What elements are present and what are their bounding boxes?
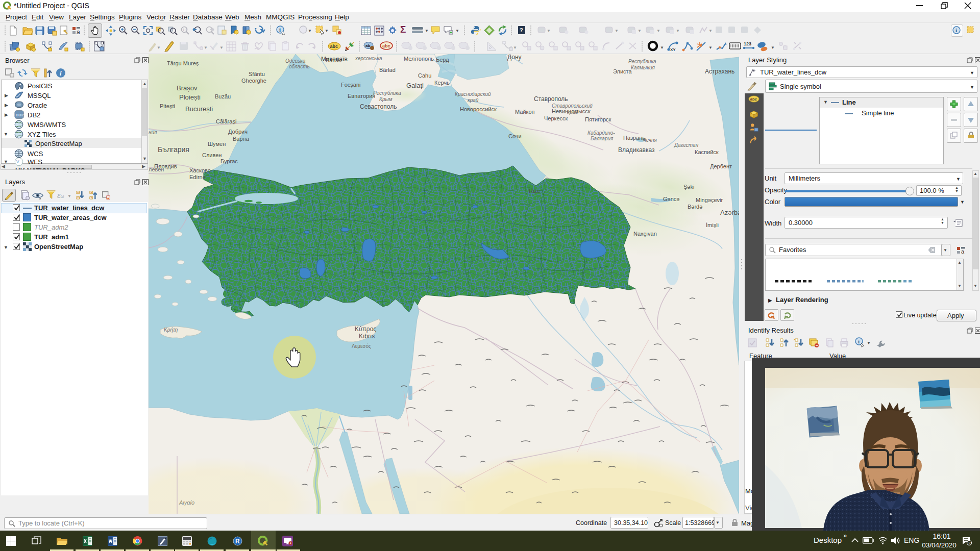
svg-text:Краснодарский: Краснодарский <box>455 91 491 97</box>
svg-text:Майкоп: Майкоп <box>515 109 535 115</box>
svg-text:Дону: Дону <box>507 54 522 61</box>
svg-text:Пятигорск: Пятигорск <box>585 116 611 122</box>
svg-text:ния: ния <box>149 130 157 135</box>
svg-text:Владикавказ: Владикавказ <box>618 146 655 154</box>
svg-text:Крым: Крым <box>379 96 393 102</box>
svg-text:край: край <box>567 109 578 115</box>
svg-text:?: ? <box>520 27 523 33</box>
svg-text:i: i <box>858 338 860 344</box>
svg-text:Дагестан: Дагестан <box>674 142 699 148</box>
svg-text:Ставропольский: Ставропольский <box>552 103 593 109</box>
svg-text:Шумен: Шумен <box>208 141 226 147</box>
svg-text:Калмыкия: Калмыкия <box>631 65 655 70</box>
svg-text:Дербент: Дербент <box>710 163 732 169</box>
svg-text:Rize: Rize <box>529 188 540 194</box>
svg-text:Новороссийск: Новороссийск <box>460 106 497 112</box>
svg-text:Λεμεσός: Λεμεσός <box>352 343 371 349</box>
svg-text:Балкария: Балкария <box>591 136 614 141</box>
svg-text:Берд: Берд <box>436 57 449 63</box>
svg-text:левен: левен <box>149 166 164 172</box>
svg-text:București: București <box>185 105 213 113</box>
svg-text:Edirne: Edirne <box>189 174 206 180</box>
svg-text:ab: ab <box>365 43 370 48</box>
svg-text:область: область <box>289 64 310 69</box>
svg-text:Севастополь: Севастополь <box>360 103 397 110</box>
svg-text:Добрич: Добрич <box>228 129 248 135</box>
svg-text:Bərdə: Bərdə <box>688 204 702 210</box>
svg-text:Сливен: Сливен <box>202 152 222 158</box>
svg-text:Azərba: Azərba <box>720 209 739 216</box>
svg-text:V: V <box>16 160 19 164</box>
svg-text:Brașov: Brașov <box>177 84 198 92</box>
svg-text:Mingəçevir: Mingəçevir <box>696 197 723 203</box>
svg-text:DB2: DB2 <box>16 113 23 117</box>
svg-text:Naxçıvan: Naxçıvan <box>633 231 657 237</box>
svg-text:Ставрополь: Ставрополь <box>534 95 568 103</box>
svg-text:Мелітополь: Мелітополь <box>404 56 434 62</box>
svg-text:Назрань: Назрань <box>623 135 645 141</box>
svg-text:abc: abc <box>382 43 390 48</box>
svg-text:Ploiești: Ploiești <box>179 93 201 101</box>
svg-text:R: R <box>235 538 240 545</box>
svg-text:abc: abc <box>330 44 338 49</box>
svg-text:i: i <box>60 69 62 77</box>
svg-text:херсонська: херсонська <box>355 56 382 61</box>
svg-text:Călărași: Călărași <box>216 118 236 124</box>
svg-text:Астрахань: Астрахань <box>705 68 734 75</box>
svg-text:Элиста: Элиста <box>613 68 632 74</box>
svg-text:Αιγαίο: Αιγαίο <box>179 499 194 506</box>
svg-text:край: край <box>468 97 479 103</box>
svg-text:a: a <box>77 29 80 36</box>
svg-text:i: i <box>279 27 281 33</box>
svg-text:Κύπρος: Κύπρος <box>355 325 376 333</box>
svg-text:i: i <box>955 27 957 33</box>
svg-text:Târgu Mureș: Târgu Mureș <box>167 60 199 66</box>
svg-text:abc: abc <box>750 97 757 102</box>
svg-text:Республика: Республика <box>373 90 401 96</box>
svg-text:Одеська: Одеська <box>285 58 306 64</box>
svg-text:Керчь: Керчь <box>434 80 450 86</box>
svg-text:123: 123 <box>744 41 751 46</box>
svg-text:Galați: Galați <box>406 82 424 89</box>
svg-text:Kıbrıs: Kıbrıs <box>359 333 375 340</box>
svg-text:Сочи: Сочи <box>508 133 522 139</box>
svg-text:Варна: Варна <box>233 136 250 142</box>
svg-text:Gəncə: Gəncə <box>663 196 679 202</box>
svg-text:Миколаїв: Миколаїв <box>321 56 348 63</box>
svg-text:Cahu: Cahu <box>418 72 431 79</box>
svg-text:İmişli: İmişli <box>706 222 719 228</box>
svg-text:Bârlad: Bârlad <box>379 67 396 73</box>
svg-text:Чечня: Чечня <box>643 137 657 143</box>
svg-text:2: 2 <box>968 541 970 545</box>
svg-text:Черкесск: Черкесск <box>544 115 568 121</box>
svg-text:Хасково: Хасково <box>189 167 211 173</box>
svg-text:Каспийск: Каспийск <box>695 149 719 155</box>
svg-text:Бургас: Бургас <box>220 158 238 164</box>
svg-text:Евпатория: Евпатория <box>348 93 375 99</box>
svg-text:Şəki: Şəki <box>683 184 694 190</box>
svg-text:България: България <box>158 145 189 154</box>
svg-text:Sfântu: Sfântu <box>249 71 265 77</box>
svg-text:Gheorghe: Gheorghe <box>241 78 266 84</box>
svg-text:Pitești: Pitești <box>160 103 175 109</box>
svg-text:Республика: Республика <box>628 59 656 64</box>
svg-text:XY: XY <box>670 47 676 52</box>
svg-text:a: a <box>961 248 965 255</box>
svg-text:Κρήτη: Κρήτη <box>164 327 178 333</box>
svg-text:Buzău: Buzău <box>215 93 231 99</box>
svg-text:Focșani: Focșani <box>341 82 361 88</box>
svg-text:1:1: 1:1 <box>183 28 188 32</box>
svg-text:Кабардино-: Кабардино- <box>587 130 615 136</box>
